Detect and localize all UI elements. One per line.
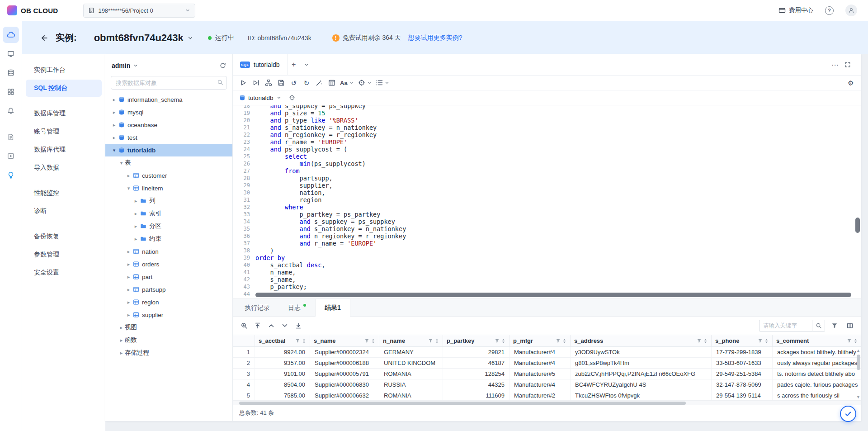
chevron-icon[interactable] bbox=[125, 249, 132, 255]
instance-switch-chevron-icon[interactable] bbox=[187, 35, 193, 41]
results-tab[interactable]: 执行记录 bbox=[236, 299, 279, 317]
chevron-icon[interactable] bbox=[118, 337, 125, 343]
table-horizontal-scrollbar-thumb[interactable] bbox=[239, 402, 686, 405]
column-header[interactable]: s_address bbox=[571, 335, 712, 346]
rail-database-icon[interactable] bbox=[3, 65, 19, 81]
more-actions-button[interactable]: ⋯ bbox=[829, 58, 841, 71]
chevron-icon[interactable] bbox=[125, 185, 132, 191]
chevron-icon[interactable] bbox=[125, 312, 132, 318]
rail-monitor-icon[interactable] bbox=[3, 46, 19, 62]
sql-code-editor[interactable]: 18 and s_suppkey = ps_suppkey 19 and p_s… bbox=[233, 105, 861, 299]
rail-bell-icon[interactable] bbox=[3, 103, 19, 119]
column-header[interactable]: p_partkey bbox=[443, 335, 509, 346]
tree-item[interactable]: partsupp bbox=[105, 283, 232, 296]
table-row[interactable]: 3 9101.00 Supplier#000005791 ROMANIA 128… bbox=[233, 369, 861, 379]
sort-icon[interactable] bbox=[435, 338, 439, 344]
rail-instance-icon[interactable] bbox=[3, 27, 19, 43]
chevron-icon[interactable] bbox=[125, 287, 132, 293]
column-header[interactable]: s_comment bbox=[773, 335, 861, 346]
column-header[interactable] bbox=[233, 335, 255, 346]
save-button[interactable] bbox=[275, 77, 287, 89]
sort-icon[interactable] bbox=[703, 338, 708, 344]
tree-item[interactable]: lineitem bbox=[105, 182, 232, 194]
help-button[interactable]: ? bbox=[825, 6, 834, 15]
billing-center-button[interactable]: 费用中心 bbox=[778, 6, 813, 14]
confirm-fab-button[interactable] bbox=[840, 406, 856, 422]
chevron-icon[interactable] bbox=[111, 122, 118, 128]
result-view-button[interactable] bbox=[326, 77, 338, 89]
tree-item[interactable]: mysql bbox=[105, 106, 232, 118]
tree-item[interactable]: customer bbox=[105, 169, 232, 182]
charset-select[interactable] bbox=[357, 77, 373, 89]
tree-item[interactable]: 列 bbox=[105, 194, 232, 207]
tree-item[interactable]: 约束 bbox=[105, 232, 232, 245]
rail-lightbulb-icon[interactable] bbox=[3, 167, 19, 183]
sort-icon[interactable] bbox=[764, 338, 769, 344]
search-icon[interactable] bbox=[812, 320, 825, 332]
sidebar-nav-item[interactable]: 数据库代理 bbox=[26, 141, 102, 158]
tree-item[interactable]: 存储过程 bbox=[105, 346, 232, 359]
sidebar-nav-item[interactable]: 备份恢复 bbox=[26, 228, 102, 245]
column-header[interactable]: s_acctbal bbox=[255, 335, 310, 346]
chevron-icon[interactable] bbox=[132, 211, 139, 217]
zoom-detail-button[interactable] bbox=[238, 320, 250, 332]
filter-icon[interactable] bbox=[829, 320, 840, 332]
current-database-selector[interactable]: tutorialdb bbox=[248, 95, 274, 101]
tree-item[interactable]: 分区 bbox=[105, 220, 232, 232]
table-vertical-scrollbar-thumb[interactable] bbox=[857, 355, 860, 370]
locate-object-icon[interactable] bbox=[289, 95, 295, 101]
results-tab[interactable]: 结果1 bbox=[315, 299, 350, 317]
column-header[interactable]: p_mfgr bbox=[509, 335, 571, 346]
sidebar-nav-item[interactable]: 数据库管理 bbox=[26, 105, 102, 122]
rail-video-icon[interactable] bbox=[3, 148, 19, 164]
prev-row-button[interactable] bbox=[265, 320, 277, 332]
tree-item[interactable]: region bbox=[105, 296, 232, 308]
tab-list-dropdown[interactable] bbox=[300, 58, 313, 71]
display-options-select[interactable] bbox=[374, 77, 391, 89]
tree-search-input[interactable] bbox=[111, 76, 227, 90]
column-header[interactable]: s_phone bbox=[712, 335, 773, 346]
redo-button[interactable]: ↻ bbox=[301, 77, 312, 89]
sidebar-nav-item[interactable]: SQL 控制台 bbox=[26, 80, 102, 97]
tree-item[interactable]: part bbox=[105, 270, 232, 283]
table-horizontal-scrollbar-track[interactable] bbox=[233, 400, 861, 405]
chevron-icon[interactable] bbox=[111, 135, 118, 141]
chevron-icon[interactable] bbox=[125, 299, 132, 305]
search-icon[interactable] bbox=[217, 79, 223, 85]
tree-item[interactable]: test bbox=[105, 131, 232, 144]
font-size-select[interactable]: Aa bbox=[339, 77, 356, 89]
sidebar-nav-item[interactable]: 参数管理 bbox=[26, 246, 102, 263]
results-tab[interactable]: 日志 bbox=[279, 299, 315, 317]
sort-icon[interactable] bbox=[562, 338, 566, 344]
tree-item[interactable]: tutorialdb bbox=[105, 144, 232, 156]
fullscreen-icon[interactable] bbox=[841, 58, 854, 71]
tree-item[interactable]: oceanbase bbox=[105, 118, 232, 131]
scroll-down-arrow-icon[interactable]: ▼ bbox=[856, 395, 860, 399]
trial-more-link[interactable]: 想要试用更多实例? bbox=[408, 34, 462, 42]
editor-vertical-scrollbar[interactable] bbox=[855, 218, 860, 233]
tree-item[interactable]: 索引 bbox=[105, 207, 232, 220]
next-row-button[interactable] bbox=[279, 320, 291, 332]
chevron-icon[interactable] bbox=[125, 274, 132, 280]
format-sql-button[interactable] bbox=[313, 77, 325, 89]
tree-item[interactable]: 表 bbox=[105, 156, 232, 169]
back-button[interactable] bbox=[40, 34, 48, 42]
table-row[interactable]: 5 7585.00 Supplier#000006632 ROMANIA 111… bbox=[233, 390, 861, 400]
chevron-icon[interactable] bbox=[118, 325, 125, 331]
table-vertical-scrollbar[interactable]: ▲ ▼ bbox=[856, 347, 861, 401]
column-header[interactable]: s_name bbox=[310, 335, 379, 346]
scroll-to-bottom-button[interactable] bbox=[292, 320, 304, 332]
sort-icon[interactable] bbox=[371, 338, 375, 344]
editor-horizontal-scrollbar[interactable] bbox=[255, 293, 851, 297]
sidebar-nav-item[interactable]: 实例工作台 bbox=[26, 62, 102, 79]
chevron-icon[interactable] bbox=[132, 198, 139, 204]
column-header[interactable]: n_name bbox=[379, 335, 443, 346]
rail-docs-icon[interactable] bbox=[3, 129, 19, 145]
editor-settings-button[interactable]: ⚙ bbox=[845, 77, 857, 89]
rail-modules-icon[interactable] bbox=[3, 84, 19, 100]
sidebar-nav-item[interactable]: 性能监控 bbox=[26, 185, 102, 202]
filter-icon[interactable] bbox=[758, 338, 763, 343]
chevron-down-icon[interactable] bbox=[276, 95, 282, 100]
column-settings-icon[interactable] bbox=[844, 320, 856, 332]
chevron-icon[interactable] bbox=[132, 223, 139, 229]
